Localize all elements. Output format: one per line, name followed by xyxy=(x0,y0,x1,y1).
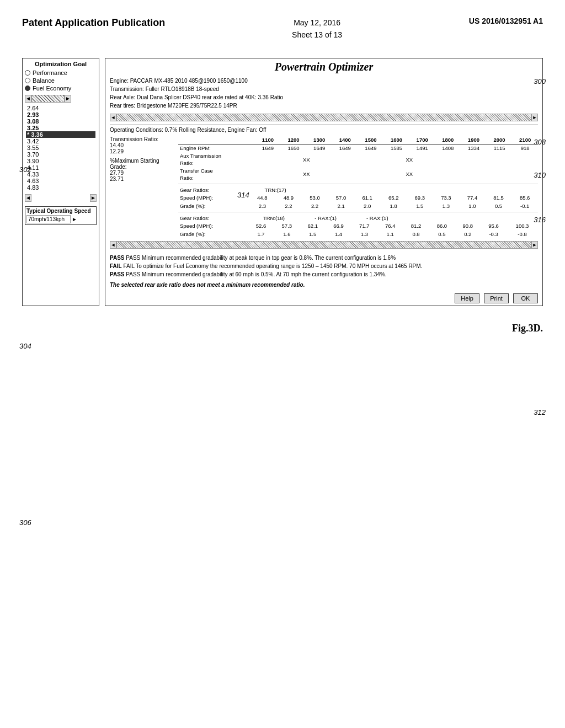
ref-308: 308 xyxy=(534,138,546,146)
g1-1200: 2.2 xyxy=(275,202,302,210)
radio-balance[interactable]: Balance xyxy=(25,77,97,84)
ratio-item-355[interactable]: 3.55 xyxy=(26,144,95,151)
fail-text-1: FAIL To optimize for Fuel Economy the re… xyxy=(123,263,422,269)
help-button[interactable]: Help xyxy=(455,293,479,303)
ref-302: 302 xyxy=(19,165,31,174)
g1-2000: 0.5 xyxy=(486,202,512,210)
ratio-list[interactable]: 2.64 2.93 3.08 3.25 * 3.36 3.42 3.55 3.7… xyxy=(25,104,97,192)
scroll-right-btn[interactable]: ► xyxy=(65,95,71,103)
pass-line-1: PASS PASS Minimum recommended gradabilit… xyxy=(110,254,538,262)
typical-op-section: Typical Operating Speed ► xyxy=(25,206,97,225)
divider1 xyxy=(178,184,538,184)
typical-speed-input[interactable] xyxy=(26,215,71,223)
s2-1800: 86.0 xyxy=(429,222,455,230)
scroll-left-btn[interactable]: ◄ xyxy=(25,95,31,103)
engine-scroll[interactable]: ◄ ► xyxy=(110,113,538,122)
col-2000: 2000 xyxy=(487,136,513,144)
ratio-item-463[interactable]: 4.63 xyxy=(26,178,95,184)
patent-date-sheet: May 12, 2016 Sheet 13 of 13 xyxy=(292,17,342,41)
engine-scroll-left[interactable]: ◄ xyxy=(110,114,116,121)
ratio-item-370[interactable]: 3.70 xyxy=(26,151,95,158)
radio-fuel-economy[interactable]: Fuel Economy xyxy=(25,85,97,92)
hatch-pattern xyxy=(32,95,64,102)
engine-scroll-hatch xyxy=(117,114,531,121)
col-1400: 1400 xyxy=(332,136,358,144)
ratio-item-342[interactable]: 3.42 xyxy=(26,138,95,144)
g2-1700: 0.8 xyxy=(403,231,429,238)
rpm-1400: 1649 xyxy=(332,144,358,153)
data-scroll-right[interactable]: ► xyxy=(531,241,538,249)
gear-ratios-label2: Gear Ratios: xyxy=(178,215,248,222)
s2-2000: 95.6 xyxy=(481,222,507,230)
trans-ratio-val1: 14.40 xyxy=(110,142,176,148)
col-1300: 1300 xyxy=(306,136,332,144)
ratio-item-411[interactable]: 4.11 xyxy=(26,164,95,171)
trn17: TRN:(17) xyxy=(249,186,302,194)
max-grade-val1: 27.79 xyxy=(110,170,176,176)
ratio-item-336[interactable]: * 3.36 xyxy=(26,131,95,138)
trans-ratio-val2: 12.29 xyxy=(110,148,176,154)
grade-label-1: Grade (%): xyxy=(178,202,249,210)
max-grade-label: %Maximum Starting Grade: xyxy=(110,158,176,170)
typical-op-box: Typical Operating Speed ► xyxy=(25,206,97,225)
pass-fail-section: PASS PASS Minimum recommended gradabilit… xyxy=(110,254,538,289)
data-scroll[interactable]: ◄ ► xyxy=(110,240,538,249)
ratio-item-264[interactable]: 2.64 xyxy=(26,105,95,111)
rpm-2000: 1115 xyxy=(487,144,513,153)
ratio-item-308[interactable]: 3.08 xyxy=(26,118,95,125)
g2-1800: 0.5 xyxy=(429,231,455,238)
transfer-case-label: Transfer CaseRatio: xyxy=(178,167,255,182)
g2-1300: 1.5 xyxy=(300,231,326,238)
ratio-item-390[interactable]: 3.90 xyxy=(26,158,95,164)
gear-label-row-2: Gear Ratios: TRN:(18) - RAX:(1) - RAX:(1… xyxy=(178,215,538,222)
grade-label-2: Grade (%): xyxy=(178,231,248,238)
ratio-scroll-inner xyxy=(31,95,65,103)
scroll-left-bottom[interactable]: ◄ xyxy=(25,194,31,202)
radio-label-fuel: Fuel Economy xyxy=(33,85,71,92)
aux-trans-row: Aux TransmissionRatio: XX XX xyxy=(178,152,538,167)
ratio-item-293[interactable]: 2.93 xyxy=(26,111,95,118)
s2-1400: 66.9 xyxy=(326,222,351,230)
s1-1500: 61.1 xyxy=(354,194,381,202)
max-grade-block: %Maximum Starting Grade: 27.79 23.71 xyxy=(110,158,176,182)
s1-1100: 44.8 xyxy=(249,194,276,202)
s1-1200: 48.9 xyxy=(275,194,302,202)
s1-1300: 53.0 xyxy=(302,194,328,202)
rpm-1100: 1649 xyxy=(255,144,281,153)
pass-label-1: PASS xyxy=(110,255,125,261)
typical-speed-arrow[interactable]: ► xyxy=(72,216,77,222)
engine-scroll-right[interactable]: ► xyxy=(531,114,538,121)
ok-button[interactable]: OK xyxy=(513,293,538,303)
ratio-item-483[interactable]: 4.83 xyxy=(26,184,95,191)
aux-trans-label: Aux TransmissionRatio: xyxy=(178,152,255,167)
engine-rpm-row: Engine RPM: 1649 1650 1649 1649 1649 158… xyxy=(178,144,538,153)
radio-circle-balance xyxy=(25,78,30,83)
patent-date: May 12, 2016 xyxy=(294,18,340,27)
engine-line-1: Engine: PACCAR MX-485 2010 485@1900 1650… xyxy=(110,77,538,85)
ratio-item-325[interactable]: 3.25 xyxy=(26,125,95,131)
ref-312: 312 xyxy=(534,408,546,416)
divider2 xyxy=(178,212,538,212)
rax1-b: - RAX:(1) xyxy=(351,215,403,222)
s1-1700: 69.3 xyxy=(407,194,433,202)
radio-circle-fuel xyxy=(25,85,30,91)
powertrain-title: Powertrain Optimizer xyxy=(110,61,538,73)
col-1700: 1700 xyxy=(409,136,435,144)
ratio-item-433[interactable]: 4.33 xyxy=(26,171,95,178)
scroll-right-bottom[interactable]: ► xyxy=(90,194,97,202)
left-panel: Optimization Goal Performance Balance Fu… xyxy=(22,58,99,306)
ref-306: 306 xyxy=(19,518,31,527)
s1-1900: 77.4 xyxy=(459,194,486,202)
g2-1600: 1.1 xyxy=(377,231,403,238)
s1-2000: 81.5 xyxy=(486,194,512,202)
data-scroll-left[interactable]: ◄ xyxy=(110,241,116,249)
rpm-1700: 1491 xyxy=(409,144,435,153)
aux-trans-empty xyxy=(461,152,538,167)
fail-line-1: FAIL FAIL To optimize for Fuel Economy t… xyxy=(110,262,538,270)
s1-2100: 85.6 xyxy=(511,194,538,202)
ref-314: 314 xyxy=(237,191,249,199)
speed-row-1: Speed (MPH): 44.8 48.9 53.0 57.0 61.1 65… xyxy=(178,194,538,202)
gear-label-row: Gear Ratios: TRN:(17) xyxy=(178,186,538,194)
radio-performance[interactable]: Performance xyxy=(25,69,97,76)
print-button[interactable]: Print xyxy=(484,293,509,303)
